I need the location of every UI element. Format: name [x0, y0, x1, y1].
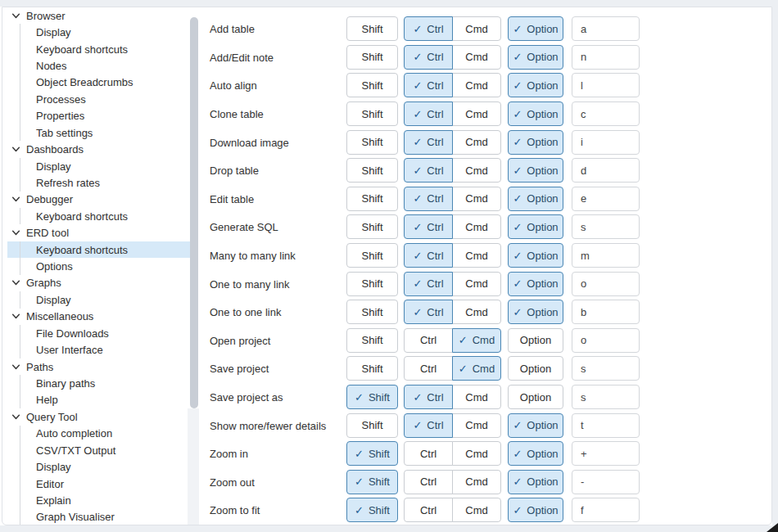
- key-input[interactable]: [572, 441, 640, 466]
- cmd-toggle[interactable]: Cmd: [452, 498, 501, 522]
- cmd-toggle[interactable]: Cmd: [452, 441, 501, 466]
- shift-toggle[interactable]: Shift: [346, 214, 398, 239]
- option-toggle[interactable]: ✓Option: [508, 187, 563, 211]
- tree-item-properties[interactable]: Properties: [7, 108, 197, 124]
- shift-toggle[interactable]: Shift: [346, 73, 398, 97]
- option-toggle[interactable]: ✓Option: [508, 441, 563, 466]
- tree-item-auto-completion[interactable]: Auto completion: [7, 426, 197, 442]
- tree-item-editor[interactable]: Editor: [7, 476, 197, 492]
- key-input[interactable]: [572, 101, 640, 126]
- ctrl-toggle[interactable]: Ctrl: [404, 328, 453, 353]
- cmd-toggle[interactable]: Cmd: [452, 16, 501, 41]
- key-input[interactable]: [572, 45, 640, 70]
- ctrl-toggle[interactable]: ✓Ctrl: [404, 214, 453, 239]
- shift-toggle[interactable]: ✓Shift: [346, 385, 398, 409]
- tree-item-binary-paths[interactable]: Binary paths: [7, 375, 197, 391]
- option-toggle[interactable]: ✓Option: [508, 45, 563, 70]
- ctrl-toggle[interactable]: ✓Ctrl: [404, 16, 453, 41]
- tree-group-miscellaneous[interactable]: Miscellaneous: [7, 309, 197, 325]
- tree-item-display[interactable]: Display: [7, 458, 197, 475]
- shift-toggle[interactable]: Shift: [346, 16, 398, 41]
- cmd-toggle[interactable]: Cmd: [452, 243, 501, 268]
- tree-item-user-interface[interactable]: User Interface: [7, 341, 197, 358]
- key-input[interactable]: [572, 187, 640, 211]
- tree-item-tab-settings[interactable]: Tab settings: [7, 124, 197, 141]
- tree-item-graph-visualiser[interactable]: Graph Visualiser: [7, 509, 197, 525]
- key-input[interactable]: [572, 498, 640, 522]
- tree-item-display[interactable]: Display: [7, 291, 197, 308]
- ctrl-toggle[interactable]: ✓Ctrl: [404, 158, 453, 183]
- tree-item-help[interactable]: Help: [7, 392, 197, 408]
- option-toggle[interactable]: ✓Option: [508, 158, 563, 183]
- key-input[interactable]: [572, 300, 640, 324]
- ctrl-toggle[interactable]: ✓Ctrl: [404, 45, 453, 70]
- tree-item-refresh-rates[interactable]: Refresh rates: [7, 174, 197, 191]
- key-input[interactable]: [572, 328, 640, 353]
- option-toggle[interactable]: Option: [508, 356, 563, 381]
- shift-toggle[interactable]: Shift: [346, 272, 398, 296]
- shift-toggle[interactable]: Shift: [346, 300, 398, 324]
- key-input[interactable]: [572, 272, 640, 296]
- option-toggle[interactable]: ✓Option: [508, 73, 563, 97]
- ctrl-toggle[interactable]: ✓Ctrl: [404, 187, 453, 211]
- key-input[interactable]: [572, 470, 640, 494]
- tree-item-explain[interactable]: Explain: [7, 492, 197, 508]
- shift-toggle[interactable]: ✓Shift: [346, 498, 398, 522]
- ctrl-toggle[interactable]: ✓Ctrl: [404, 130, 453, 155]
- key-input[interactable]: [572, 158, 640, 183]
- sidebar-scrollbar-thumb[interactable]: [190, 17, 198, 408]
- option-toggle[interactable]: ✓Option: [508, 498, 563, 522]
- cmd-toggle[interactable]: Cmd: [452, 101, 501, 126]
- shift-toggle[interactable]: Shift: [346, 158, 398, 183]
- option-toggle[interactable]: ✓Option: [508, 101, 563, 126]
- ctrl-toggle[interactable]: ✓Ctrl: [404, 101, 453, 126]
- key-input[interactable]: [572, 356, 640, 381]
- key-input[interactable]: [572, 130, 640, 155]
- option-toggle[interactable]: ✓Option: [508, 16, 563, 41]
- cmd-toggle[interactable]: Cmd: [452, 214, 501, 239]
- ctrl-toggle[interactable]: ✓Ctrl: [404, 272, 453, 296]
- tree-item-object-breadcrumbs[interactable]: Object Breadcrumbs: [7, 74, 197, 91]
- tree-group-paths[interactable]: Paths: [7, 358, 197, 375]
- option-toggle[interactable]: ✓Option: [508, 272, 563, 296]
- option-toggle[interactable]: ✓Option: [508, 470, 563, 494]
- tree-item-keyboard-shortcuts[interactable]: Keyboard shortcuts: [7, 208, 197, 224]
- ctrl-toggle[interactable]: Ctrl: [404, 356, 453, 381]
- cmd-toggle[interactable]: Cmd: [452, 45, 501, 70]
- ctrl-toggle[interactable]: Ctrl: [404, 470, 453, 494]
- cmd-toggle[interactable]: Cmd: [452, 130, 501, 155]
- key-input[interactable]: [572, 243, 640, 268]
- shift-toggle[interactable]: ✓Shift: [346, 470, 398, 494]
- tree-item-nodes[interactable]: Nodes: [7, 57, 197, 74]
- tree-group-query-tool[interactable]: Query Tool: [7, 408, 197, 425]
- cmd-toggle[interactable]: Cmd: [452, 158, 501, 183]
- ctrl-toggle[interactable]: ✓Ctrl: [404, 243, 453, 268]
- shift-toggle[interactable]: ✓Shift: [346, 441, 398, 466]
- tree-group-browser[interactable]: Browser: [7, 7, 197, 24]
- shift-toggle[interactable]: Shift: [346, 243, 398, 268]
- shift-toggle[interactable]: Shift: [346, 45, 398, 70]
- ctrl-toggle[interactable]: ✓Ctrl: [404, 73, 453, 97]
- ctrl-toggle[interactable]: Ctrl: [404, 441, 453, 466]
- option-toggle[interactable]: ✓Option: [508, 300, 563, 324]
- sidebar-scrollbar-track[interactable]: [188, 408, 199, 525]
- tree-group-erd-tool[interactable]: ERD tool: [7, 224, 197, 241]
- key-input[interactable]: [572, 16, 640, 41]
- tree-item-display[interactable]: Display: [7, 158, 197, 174]
- cmd-toggle[interactable]: ✓Cmd: [452, 328, 501, 353]
- shift-toggle[interactable]: Shift: [346, 130, 398, 155]
- shift-toggle[interactable]: Shift: [346, 328, 398, 353]
- option-toggle[interactable]: ✓Option: [508, 243, 563, 268]
- option-toggle[interactable]: ✓Option: [508, 130, 563, 155]
- tree-item-processes[interactable]: Processes: [7, 91, 197, 107]
- tree-group-debugger[interactable]: Debugger: [7, 192, 197, 208]
- key-input[interactable]: [572, 413, 640, 438]
- ctrl-toggle[interactable]: Ctrl: [404, 498, 453, 522]
- cmd-toggle[interactable]: ✓Cmd: [452, 356, 501, 381]
- shift-toggle[interactable]: Shift: [346, 413, 398, 438]
- ctrl-toggle[interactable]: ✓Ctrl: [404, 385, 453, 409]
- tree-item-csv-txt-output[interactable]: CSV/TXT Output: [7, 442, 197, 458]
- option-toggle[interactable]: Option: [508, 328, 563, 353]
- ctrl-toggle[interactable]: ✓Ctrl: [404, 413, 453, 438]
- option-toggle[interactable]: ✓Option: [508, 413, 563, 438]
